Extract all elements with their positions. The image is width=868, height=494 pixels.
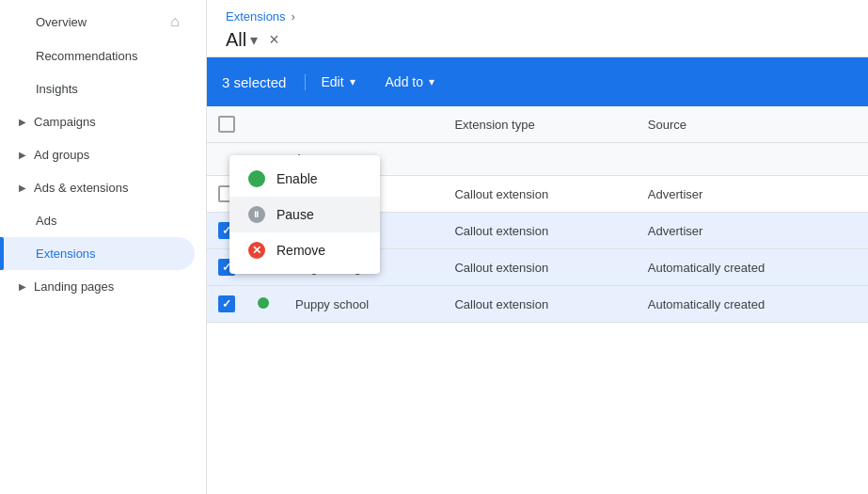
- sidebar-item-extensions[interactable]: Extensions: [0, 237, 195, 270]
- filter-pill[interactable]: All ▾: [226, 29, 258, 51]
- sidebar-item-label: Ads & extensions: [34, 181, 180, 195]
- pause-icon: ⏸: [248, 206, 265, 223]
- source-cell: Automatically created: [637, 286, 868, 323]
- edit-button[interactable]: Edit ▾: [306, 67, 370, 97]
- sidebar-item-label: Campaigns: [34, 115, 180, 129]
- source-cell: Advertiser: [637, 213, 868, 249]
- enable-label: Enable: [276, 171, 318, 186]
- sidebar-item-ad-groups[interactable]: ▶Ad groups: [0, 138, 195, 171]
- menu-item-pause[interactable]: ⏸ Pause: [229, 197, 380, 232]
- chevron-icon: ▶: [19, 150, 26, 160]
- account-ext-type-cell: [443, 143, 636, 176]
- header-status-cell: [246, 106, 284, 143]
- breadcrumb-chevron: ›: [292, 9, 295, 24]
- sidebar-item-label: Ads: [36, 214, 180, 228]
- sidebar-item-label: Extensions: [36, 247, 180, 261]
- sidebar-item-landing-pages[interactable]: ▶Landing pages: [0, 270, 195, 303]
- menu-item-remove[interactable]: ✕ Remove: [229, 232, 380, 268]
- sidebar: Overview⌂RecommendationsInsights▶Campaig…: [0, 0, 207, 494]
- filter-close-icon[interactable]: ×: [269, 30, 279, 50]
- header-source: Source: [637, 106, 868, 143]
- sidebar-item-campaigns[interactable]: ▶Campaigns: [0, 105, 195, 138]
- filter-row: All ▾ ×: [226, 29, 849, 51]
- sidebar-item-overview[interactable]: Overview⌂: [0, 4, 195, 40]
- row-checkbox[interactable]: [218, 295, 235, 312]
- remove-label: Remove: [276, 243, 325, 258]
- sidebar-item-label: Ad groups: [34, 148, 180, 162]
- edit-arrow-icon: ▾: [350, 75, 355, 88]
- sidebar-item-label: Overview: [36, 15, 170, 29]
- source-cell: Advertiser: [637, 176, 868, 213]
- filter-arrow-icon: ▾: [250, 31, 258, 49]
- sidebar-item-label: Landing pages: [34, 279, 180, 294]
- breadcrumb: Extensions ›: [226, 9, 849, 24]
- chevron-icon: ▶: [19, 117, 26, 127]
- extension-type-cell: Callout extension: [443, 286, 636, 323]
- add-to-label: Add to: [386, 74, 423, 89]
- main-content: Extensions › All ▾ × 3 selected Edit ▾ A…: [207, 0, 868, 494]
- chevron-icon: ▶: [19, 281, 26, 292]
- breadcrumb-parent[interactable]: Extensions: [226, 9, 286, 24]
- edit-dropdown-menu: Enable ⏸ Pause ✕ Remove: [229, 155, 380, 274]
- table-area: Extension type Source Accoun... Callout …: [207, 106, 868, 494]
- sidebar-item-label: Recommendations: [36, 49, 180, 63]
- pause-label: Pause: [276, 207, 314, 222]
- sidebar-item-insights[interactable]: Insights: [0, 72, 195, 105]
- header-name-cell: [284, 106, 443, 143]
- enable-icon: [248, 170, 265, 187]
- table-row: Puppy schoolCallout extensionAutomatical…: [207, 286, 868, 323]
- header-extension-type: Extension type: [443, 106, 636, 143]
- table-header-row: Extension type Source: [207, 106, 868, 143]
- header-checkbox-cell: [207, 106, 246, 143]
- name-cell: Puppy school: [284, 286, 443, 323]
- checkbox-cell: [207, 286, 246, 323]
- source-cell: Automatically created: [637, 249, 868, 286]
- sidebar-item-ads-extensions[interactable]: ▶Ads & extensions: [0, 171, 195, 204]
- edit-label: Edit: [321, 74, 343, 89]
- selection-count: 3 selected: [222, 74, 306, 90]
- status-dot: [258, 297, 269, 309]
- status-cell: [246, 286, 284, 323]
- extension-type-cell: Callout extension: [443, 176, 636, 213]
- filter-label: All: [226, 29, 246, 51]
- sidebar-item-ads[interactable]: Ads: [0, 204, 195, 237]
- chevron-icon: ▶: [19, 183, 26, 193]
- sidebar-item-label: Insights: [36, 82, 180, 96]
- remove-icon: ✕: [248, 242, 265, 259]
- sidebar-item-recommendations[interactable]: Recommendations: [0, 40, 195, 72]
- menu-item-enable[interactable]: Enable: [229, 161, 380, 197]
- top-bar: Extensions › All ▾ ×: [207, 0, 868, 57]
- home-icon: ⌂: [170, 13, 180, 30]
- select-all-checkbox[interactable]: [218, 116, 235, 133]
- add-to-arrow-icon: ▾: [429, 75, 434, 88]
- account-source-cell: [637, 143, 868, 176]
- extension-type-cell: Callout extension: [443, 213, 636, 249]
- selection-bar: 3 selected Edit ▾ Add to ▾: [207, 57, 868, 106]
- extension-type-cell: Callout extension: [443, 249, 636, 286]
- add-to-button[interactable]: Add to ▾: [371, 67, 450, 97]
